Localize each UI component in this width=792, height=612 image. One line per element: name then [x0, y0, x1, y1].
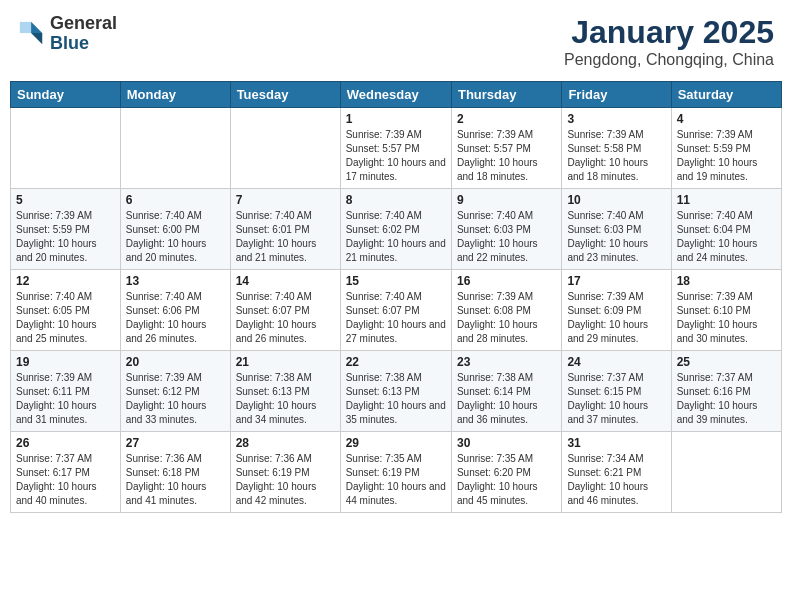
week-row-5: 26Sunrise: 7:37 AM Sunset: 6:17 PM Dayli…: [11, 432, 782, 513]
calendar-cell: 27Sunrise: 7:36 AM Sunset: 6:18 PM Dayli…: [120, 432, 230, 513]
day-number: 31: [567, 436, 665, 450]
calendar-cell: 8Sunrise: 7:40 AM Sunset: 6:02 PM Daylig…: [340, 189, 451, 270]
calendar-cell: 25Sunrise: 7:37 AM Sunset: 6:16 PM Dayli…: [671, 351, 781, 432]
day-info: Sunrise: 7:40 AM Sunset: 6:05 PM Dayligh…: [16, 290, 115, 346]
calendar-cell: 17Sunrise: 7:39 AM Sunset: 6:09 PM Dayli…: [562, 270, 671, 351]
day-info: Sunrise: 7:39 AM Sunset: 5:59 PM Dayligh…: [16, 209, 115, 265]
calendar-cell: 26Sunrise: 7:37 AM Sunset: 6:17 PM Dayli…: [11, 432, 121, 513]
calendar-cell: [230, 108, 340, 189]
day-info: Sunrise: 7:40 AM Sunset: 6:04 PM Dayligh…: [677, 209, 776, 265]
calendar-cell: 23Sunrise: 7:38 AM Sunset: 6:14 PM Dayli…: [451, 351, 561, 432]
day-info: Sunrise: 7:40 AM Sunset: 6:03 PM Dayligh…: [457, 209, 556, 265]
calendar-cell: 15Sunrise: 7:40 AM Sunset: 6:07 PM Dayli…: [340, 270, 451, 351]
day-number: 8: [346, 193, 446, 207]
weekday-header-friday: Friday: [562, 82, 671, 108]
calendar-cell: 24Sunrise: 7:37 AM Sunset: 6:15 PM Dayli…: [562, 351, 671, 432]
day-number: 30: [457, 436, 556, 450]
calendar-cell: 22Sunrise: 7:38 AM Sunset: 6:13 PM Dayli…: [340, 351, 451, 432]
day-info: Sunrise: 7:37 AM Sunset: 6:15 PM Dayligh…: [567, 371, 665, 427]
location-title: Pengdong, Chongqing, China: [564, 51, 774, 69]
day-info: Sunrise: 7:39 AM Sunset: 5:57 PM Dayligh…: [457, 128, 556, 184]
weekday-header-sunday: Sunday: [11, 82, 121, 108]
day-info: Sunrise: 7:38 AM Sunset: 6:13 PM Dayligh…: [236, 371, 335, 427]
calendar-table: SundayMondayTuesdayWednesdayThursdayFrid…: [10, 81, 782, 513]
day-number: 3: [567, 112, 665, 126]
logo: General Blue: [18, 14, 117, 54]
day-info: Sunrise: 7:39 AM Sunset: 6:12 PM Dayligh…: [126, 371, 225, 427]
weekday-header-row: SundayMondayTuesdayWednesdayThursdayFrid…: [11, 82, 782, 108]
day-info: Sunrise: 7:35 AM Sunset: 6:20 PM Dayligh…: [457, 452, 556, 508]
day-number: 17: [567, 274, 665, 288]
day-number: 16: [457, 274, 556, 288]
day-number: 1: [346, 112, 446, 126]
calendar-cell: 7Sunrise: 7:40 AM Sunset: 6:01 PM Daylig…: [230, 189, 340, 270]
day-number: 14: [236, 274, 335, 288]
day-number: 24: [567, 355, 665, 369]
day-info: Sunrise: 7:40 AM Sunset: 6:07 PM Dayligh…: [236, 290, 335, 346]
day-number: 4: [677, 112, 776, 126]
calendar-cell: [120, 108, 230, 189]
weekday-header-tuesday: Tuesday: [230, 82, 340, 108]
day-info: Sunrise: 7:40 AM Sunset: 6:02 PM Dayligh…: [346, 209, 446, 265]
calendar-cell: [11, 108, 121, 189]
day-info: Sunrise: 7:36 AM Sunset: 6:19 PM Dayligh…: [236, 452, 335, 508]
day-number: 13: [126, 274, 225, 288]
title-block: January 2025 Pengdong, Chongqing, China: [564, 14, 774, 69]
day-info: Sunrise: 7:39 AM Sunset: 5:57 PM Dayligh…: [346, 128, 446, 184]
day-info: Sunrise: 7:39 AM Sunset: 6:08 PM Dayligh…: [457, 290, 556, 346]
calendar-cell: 13Sunrise: 7:40 AM Sunset: 6:06 PM Dayli…: [120, 270, 230, 351]
calendar-cell: 21Sunrise: 7:38 AM Sunset: 6:13 PM Dayli…: [230, 351, 340, 432]
logo-general-text: General: [50, 13, 117, 33]
month-title: January 2025: [564, 14, 774, 51]
day-number: 29: [346, 436, 446, 450]
weekday-header-wednesday: Wednesday: [340, 82, 451, 108]
day-number: 6: [126, 193, 225, 207]
day-info: Sunrise: 7:37 AM Sunset: 6:17 PM Dayligh…: [16, 452, 115, 508]
calendar-cell: 18Sunrise: 7:39 AM Sunset: 6:10 PM Dayli…: [671, 270, 781, 351]
calendar-cell: 12Sunrise: 7:40 AM Sunset: 6:05 PM Dayli…: [11, 270, 121, 351]
day-number: 9: [457, 193, 556, 207]
calendar-cell: 19Sunrise: 7:39 AM Sunset: 6:11 PM Dayli…: [11, 351, 121, 432]
logo-icon: [18, 20, 46, 48]
calendar-cell: 10Sunrise: 7:40 AM Sunset: 6:03 PM Dayli…: [562, 189, 671, 270]
day-info: Sunrise: 7:38 AM Sunset: 6:13 PM Dayligh…: [346, 371, 446, 427]
week-row-4: 19Sunrise: 7:39 AM Sunset: 6:11 PM Dayli…: [11, 351, 782, 432]
day-number: 19: [16, 355, 115, 369]
week-row-1: 1Sunrise: 7:39 AM Sunset: 5:57 PM Daylig…: [11, 108, 782, 189]
day-info: Sunrise: 7:40 AM Sunset: 6:00 PM Dayligh…: [126, 209, 225, 265]
weekday-header-saturday: Saturday: [671, 82, 781, 108]
day-number: 28: [236, 436, 335, 450]
day-info: Sunrise: 7:39 AM Sunset: 6:09 PM Dayligh…: [567, 290, 665, 346]
calendar-cell: [671, 432, 781, 513]
calendar-cell: 3Sunrise: 7:39 AM Sunset: 5:58 PM Daylig…: [562, 108, 671, 189]
calendar-cell: 4Sunrise: 7:39 AM Sunset: 5:59 PM Daylig…: [671, 108, 781, 189]
calendar-cell: 5Sunrise: 7:39 AM Sunset: 5:59 PM Daylig…: [11, 189, 121, 270]
logo-blue-text: Blue: [50, 33, 89, 53]
day-number: 20: [126, 355, 225, 369]
day-info: Sunrise: 7:38 AM Sunset: 6:14 PM Dayligh…: [457, 371, 556, 427]
calendar-cell: 30Sunrise: 7:35 AM Sunset: 6:20 PM Dayli…: [451, 432, 561, 513]
day-info: Sunrise: 7:34 AM Sunset: 6:21 PM Dayligh…: [567, 452, 665, 508]
calendar-cell: 6Sunrise: 7:40 AM Sunset: 6:00 PM Daylig…: [120, 189, 230, 270]
day-info: Sunrise: 7:39 AM Sunset: 5:58 PM Dayligh…: [567, 128, 665, 184]
svg-marker-0: [31, 22, 42, 33]
day-info: Sunrise: 7:36 AM Sunset: 6:18 PM Dayligh…: [126, 452, 225, 508]
calendar-cell: 1Sunrise: 7:39 AM Sunset: 5:57 PM Daylig…: [340, 108, 451, 189]
day-number: 12: [16, 274, 115, 288]
day-info: Sunrise: 7:35 AM Sunset: 6:19 PM Dayligh…: [346, 452, 446, 508]
day-info: Sunrise: 7:39 AM Sunset: 6:10 PM Dayligh…: [677, 290, 776, 346]
day-number: 5: [16, 193, 115, 207]
day-info: Sunrise: 7:39 AM Sunset: 6:11 PM Dayligh…: [16, 371, 115, 427]
calendar-cell: 31Sunrise: 7:34 AM Sunset: 6:21 PM Dayli…: [562, 432, 671, 513]
calendar-cell: 28Sunrise: 7:36 AM Sunset: 6:19 PM Dayli…: [230, 432, 340, 513]
day-info: Sunrise: 7:40 AM Sunset: 6:07 PM Dayligh…: [346, 290, 446, 346]
week-row-2: 5Sunrise: 7:39 AM Sunset: 5:59 PM Daylig…: [11, 189, 782, 270]
day-info: Sunrise: 7:39 AM Sunset: 5:59 PM Dayligh…: [677, 128, 776, 184]
day-number: 25: [677, 355, 776, 369]
calendar-cell: 11Sunrise: 7:40 AM Sunset: 6:04 PM Dayli…: [671, 189, 781, 270]
day-number: 27: [126, 436, 225, 450]
weekday-header-thursday: Thursday: [451, 82, 561, 108]
day-number: 10: [567, 193, 665, 207]
day-number: 15: [346, 274, 446, 288]
calendar-cell: 9Sunrise: 7:40 AM Sunset: 6:03 PM Daylig…: [451, 189, 561, 270]
